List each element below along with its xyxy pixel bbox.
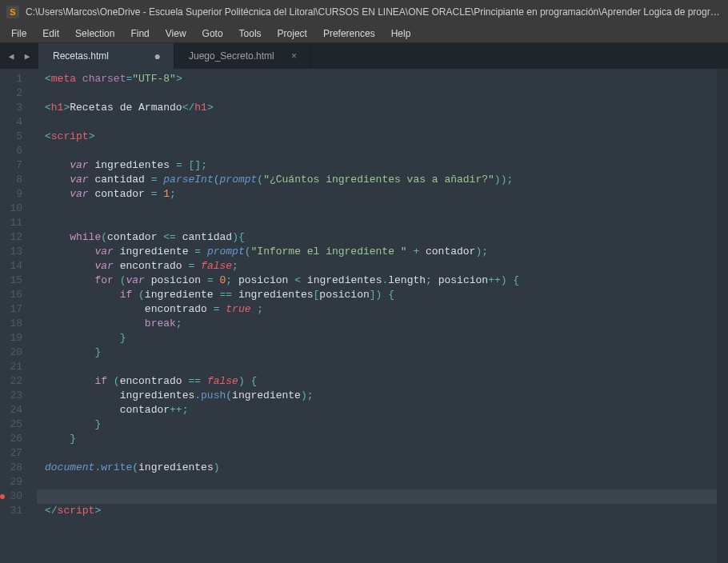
menu-file[interactable]: File — [3, 26, 34, 42]
tab-recetas[interactable]: Recetas.html ● — [38, 43, 174, 69]
line-number: 19 — [0, 331, 37, 345]
editor[interactable]: 1234567891011121314151617181920212223242… — [0, 69, 728, 563]
tab-label: Recetas.html — [53, 50, 109, 62]
code-line[interactable]: var ingrediente = prompt("Informe el ing… — [37, 245, 717, 259]
code-line[interactable]: document.write(ingredientes) — [37, 461, 717, 475]
window-title: C:\Users\Marcos\OneDrive - Escuela Super… — [26, 6, 722, 18]
code-line[interactable]: contador++; — [37, 403, 717, 417]
line-number: 30 — [0, 489, 37, 504]
code-line[interactable]: if (ingrediente == ingredientes[posicion… — [37, 288, 717, 302]
code-area[interactable]: <meta charset="UTF-8"><h1>Recetas de Arm… — [37, 69, 717, 563]
line-number: 22 — [0, 374, 37, 389]
line-number: 26 — [0, 432, 37, 446]
menubar: File Edit Selection Find View Goto Tools… — [0, 24, 728, 43]
code-line[interactable] — [37, 115, 717, 130]
line-number: 14 — [0, 259, 37, 274]
line-number: 8 — [0, 173, 37, 187]
code-line[interactable]: <script> — [37, 130, 717, 144]
menu-preferences[interactable]: Preferences — [315, 26, 383, 42]
tab-close-icon[interactable]: × — [291, 50, 297, 62]
code-line[interactable]: var contador = 1; — [37, 187, 717, 202]
menu-view[interactable]: View — [158, 26, 194, 42]
line-number: 17 — [0, 302, 37, 317]
tab-dirty-indicator-icon: ● — [154, 50, 161, 62]
nav-fwd-icon[interactable]: ▶ — [21, 50, 34, 62]
line-number: 18 — [0, 317, 37, 331]
window-titlebar: S C:\Users\Marcos\OneDrive - Escuela Sup… — [0, 0, 728, 24]
code-line[interactable]: ingredientes.push(ingrediente); — [37, 389, 717, 403]
line-number: 7 — [0, 158, 37, 173]
code-line[interactable]: var encontrado = false; — [37, 259, 717, 274]
line-number: 31 — [0, 504, 37, 518]
code-line[interactable]: <meta charset="UTF-8"> — [37, 72, 717, 86]
menu-project[interactable]: Project — [270, 26, 315, 42]
menu-tools[interactable]: Tools — [231, 26, 270, 42]
code-line[interactable]: for (var posicion = 0; posicion < ingred… — [37, 274, 717, 288]
line-number: 15 — [0, 274, 37, 288]
code-line[interactable]: var ingredientes = []; — [37, 158, 717, 173]
code-line[interactable]: if (encontrado == false) { — [37, 374, 717, 389]
bookmark-icon — [0, 494, 5, 499]
line-number: 1 — [0, 72, 37, 86]
line-number: 4 — [0, 115, 37, 130]
tab-nav: ◀ ▶ — [0, 43, 38, 69]
line-number: 24 — [0, 403, 37, 417]
code-line[interactable] — [37, 475, 717, 489]
line-number: 16 — [0, 288, 37, 302]
line-number: 25 — [0, 417, 37, 432]
line-number: 3 — [0, 101, 37, 115]
code-line[interactable] — [37, 86, 717, 101]
code-line[interactable] — [37, 489, 717, 504]
menu-goto[interactable]: Goto — [194, 26, 231, 42]
code-line[interactable] — [37, 446, 717, 461]
line-number: 29 — [0, 475, 37, 489]
menu-selection[interactable]: Selection — [67, 26, 122, 42]
code-line[interactable]: <h1>Recetas de Armando</h1> — [37, 101, 717, 115]
code-line[interactable]: } — [37, 417, 717, 432]
tab-label: Juego_Secreto.html — [189, 50, 274, 62]
vertical-scrollbar[interactable] — [717, 69, 728, 563]
menu-edit[interactable]: Edit — [34, 26, 67, 42]
code-line[interactable]: var cantidad = parseInt(prompt("¿Cuántos… — [37, 173, 717, 187]
line-number: 21 — [0, 360, 37, 374]
code-line[interactable]: } — [37, 345, 717, 360]
code-line[interactable]: while(contador <= cantidad){ — [37, 230, 717, 245]
line-number: 5 — [0, 130, 37, 144]
line-number: 11 — [0, 216, 37, 230]
line-number: 27 — [0, 446, 37, 461]
code-line[interactable] — [37, 202, 717, 216]
code-line[interactable]: } — [37, 331, 717, 345]
code-line[interactable]: break; — [37, 317, 717, 331]
line-number: 10 — [0, 202, 37, 216]
code-line[interactable] — [37, 360, 717, 374]
menu-find[interactable]: Find — [122, 26, 157, 42]
line-number: 28 — [0, 461, 37, 475]
line-number: 6 — [0, 144, 37, 158]
line-number: 2 — [0, 86, 37, 101]
code-line[interactable]: } — [37, 432, 717, 446]
tabbar: ◀ ▶ Recetas.html ● Juego_Secreto.html × — [0, 43, 728, 69]
line-number: 23 — [0, 389, 37, 403]
line-number: 13 — [0, 245, 37, 259]
nav-back-icon[interactable]: ◀ — [5, 50, 18, 62]
code-line[interactable]: encontrado = true ; — [37, 302, 717, 317]
code-line[interactable] — [37, 216, 717, 230]
code-line[interactable]: </script> — [37, 504, 717, 518]
line-gutter: 1234567891011121314151617181920212223242… — [0, 69, 37, 563]
line-number: 20 — [0, 345, 37, 360]
line-number: 9 — [0, 187, 37, 202]
tab-juego[interactable]: Juego_Secreto.html × — [174, 43, 310, 69]
menu-help[interactable]: Help — [383, 26, 419, 42]
line-number: 12 — [0, 230, 37, 245]
app-icon: S — [6, 6, 19, 18]
code-line[interactable] — [37, 144, 717, 158]
